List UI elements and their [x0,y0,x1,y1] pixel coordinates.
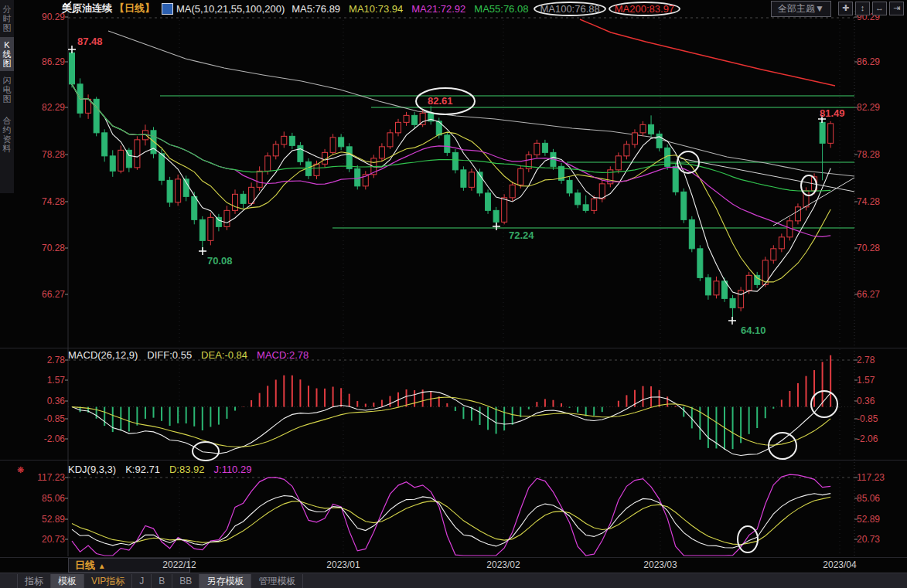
macd-axis-label: 0.36 [23,396,65,406]
price-axis-label: 78.28 [23,149,65,160]
price-axis-label: 86.29 [23,56,65,67]
kdj-header: KDJ(9,3,3) K:92.71 D:83.92 J:110.29 [68,464,251,475]
price-axis-label: 74.28 [23,196,65,207]
price-axis-label: 70.28 [23,243,65,253]
price-axis-label: 66.27 [857,289,903,300]
kdj-j-value: J:110.29 [214,464,252,475]
ma-value-3: MA55:76.08 [474,3,528,15]
tab-indicator[interactable]: 指标 [17,574,51,588]
zoom-up-icon[interactable]: ↕ [855,2,870,15]
sidebar-item-flash-chart[interactable]: 闪电图 [0,73,14,107]
tab-manage-template[interactable]: 管理模板 [251,574,303,588]
kdj-axis-label: 52.89 [857,514,903,525]
kdj-title: KDJ(9,3,3) [68,464,116,475]
date-label: 2022/12 [162,559,196,570]
ma-value-2: MA21:72.92 [411,3,465,15]
kdj-axis-label: 117.23 [23,472,65,483]
chart-header: 美原油连续 【日线】 MA(5,10,21,55,100,200) MA5:76… [62,0,904,17]
macd-diff-value: DIFF:0.55 [147,349,192,361]
tab-j[interactable]: J [132,574,152,588]
date-label: 2023/03 [643,559,677,570]
price-axis-label: 66.27 [23,289,65,300]
ma-value-0: MA5:76.89 [292,3,340,15]
macd-header: MACD(26,12,9) DIFF:0.55 DEA:-0.84 MACD:2… [68,349,309,361]
price-axis-label: 74.28 [857,196,903,207]
kdj-axis-label: 117.23 [857,472,903,483]
period-label: 日线 [75,559,95,571]
tab-vip-indicator[interactable]: VIP指标 [84,574,132,588]
sidebar-item-time-chart[interactable]: 分时图 [0,2,14,36]
date-label: 2023/02 [486,559,520,570]
price-axis-label: 78.28 [857,149,903,160]
page-forward-icon[interactable]: ⇥ [889,2,904,15]
chart-tool-buttons: ✚↕↔⇥ [838,2,904,15]
tab-template[interactable]: 模板 [51,574,84,588]
price-annotation: 82.61 [428,95,453,107]
price-axis-label: 86.29 [857,56,903,67]
price-annotation: 72.24 [509,229,534,241]
kdj-axis-label: 20.73 [857,534,903,545]
kdj-axis-label: 52.89 [23,514,65,525]
macd-axis-label: -2.06 [857,433,903,444]
chart-canvas[interactable] [0,0,907,588]
kdj-axis-label: 20.73 [23,534,65,545]
price-axis-label: 82.29 [857,102,903,113]
sidebar-item-contract-info[interactable]: 合约资料 [0,113,14,156]
chart-type-sidebar: 分时图K线图闪电图合约资料 [0,0,14,193]
tab-save-template[interactable]: 另存模板 [199,574,251,588]
kdj-axis-label: 85.06 [857,493,903,504]
trading-app-window: 分时图K线图闪电图合约资料 美原油连续 【日线】 MA(5,10,21,55,1… [0,0,907,588]
ma-value-5: MA200:83.97 [609,2,680,16]
bottom-toolbar: 指标模板VIP指标JBBB另存模板管理模板 [0,573,907,588]
macd-axis-label: 1.57 [857,375,903,386]
ma-values: MA5:76.89MA10:73.94MA21:72.92MA55:76.08M… [292,3,677,15]
tab-b[interactable]: B [152,574,172,588]
macd-axis-label: 2.78 [857,355,903,365]
macd-axis-label: 1.57 [23,375,65,386]
macd-axis-label: -2.06 [23,433,65,444]
crosshair-icon[interactable]: ✚ [838,2,853,15]
price-annotation: 81.49 [820,107,845,119]
price-annotation: 64.10 [741,325,766,336]
macd-macd-value: MACD:2.78 [257,349,309,361]
kline-mini-icon [162,3,173,15]
macd-axis-label: -0.85 [23,413,65,424]
ma-settings-label: MA(5,10,21,55,100,200) [176,3,285,15]
price-axis-label: 82.29 [23,102,65,113]
price-axis-label: 90.29 [23,12,65,22]
macd-dea-value: DEA:-0.84 [201,349,247,361]
date-label: 2023/01 [326,559,360,570]
period-tag: 【日线】 [114,2,155,15]
kdj-axis-label: 85.06 [23,493,65,504]
kdj-d-value: D:83.92 [169,464,205,475]
period-arrow-icon: ▲ [98,562,106,570]
kdj-k-value: K:92.71 [125,464,160,475]
theme-selector-button[interactable]: 全部主题▼ [771,1,831,17]
macd-axis-label: 2.78 [23,355,65,365]
ma-value-4: MA100:76.88 [534,2,605,16]
price-annotation: 87.48 [77,36,103,47]
macd-title: MACD(26,12,9) [68,349,138,361]
macd-axis-label: 0.36 [857,396,903,406]
macd-axis-label: -0.85 [857,413,903,424]
ma-value-1: MA10:73.94 [349,3,403,15]
zoom-right-icon[interactable]: ↔ [872,2,887,15]
tab-bb[interactable]: BB [172,574,199,588]
date-label: 2023/04 [823,559,856,570]
sidebar-item-kline-chart[interactable]: K线图 [0,37,14,71]
price-axis-label: 70.28 [857,243,903,253]
price-annotation: 70.08 [207,255,233,267]
